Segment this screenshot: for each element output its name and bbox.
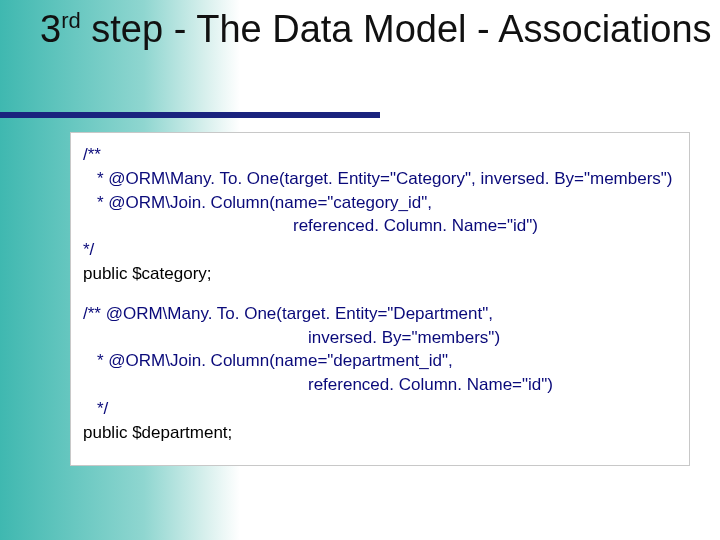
code-statement: public $category; — [83, 262, 677, 286]
code-block-1: /** * @ORM\Many. To. One(target. Entity=… — [83, 143, 677, 286]
code-line: /** — [83, 143, 677, 167]
title-ordinal-suffix: rd — [61, 8, 81, 33]
title-rest: step - The Data Model - Associations — [81, 8, 712, 50]
code-line: */ — [83, 397, 677, 421]
code-line: inversed. By="members") — [83, 326, 677, 350]
code-statement: public $department; — [83, 421, 677, 445]
slide-title: 3rd step - The Data Model - Associations — [40, 8, 712, 52]
title-ordinal: 3 — [40, 8, 61, 50]
code-line: */ — [83, 238, 677, 262]
code-block-2: /** @ORM\Many. To. One(target. Entity="D… — [83, 302, 677, 445]
code-line: * @ORM\Many. To. One(target. Entity="Cat… — [83, 167, 677, 191]
code-line: referenced. Column. Name="id") — [83, 373, 677, 397]
spacer — [83, 292, 677, 302]
code-line: * @ORM\Join. Column(name="category_id", — [83, 191, 677, 215]
title-underline — [0, 112, 380, 118]
code-line: * @ORM\Join. Column(name="department_id"… — [83, 349, 677, 373]
code-line: referenced. Column. Name="id") — [83, 214, 677, 238]
code-line: /** @ORM\Many. To. One(target. Entity="D… — [83, 302, 677, 326]
code-box: /** * @ORM\Many. To. One(target. Entity=… — [70, 132, 690, 466]
